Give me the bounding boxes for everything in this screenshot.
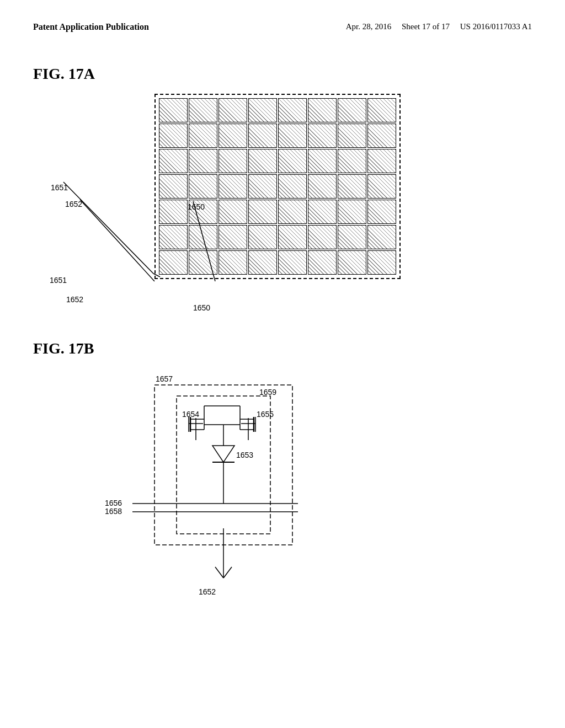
callout-line-1651 (63, 182, 153, 274)
fig-17a-label: FIG. 17A (33, 65, 532, 83)
fig-17a-callouts: 1651 1652 1650 (28, 94, 414, 215)
fig-17b-circuit: 1657 1659 1654 1655 1653 1656 1658 1652 (88, 368, 364, 606)
pixel-cell (218, 225, 247, 249)
patent-number: US 2016/0117033 A1 (460, 22, 532, 31)
pixel-cell (189, 250, 217, 275)
svg-text:1653: 1653 (236, 451, 253, 459)
main-content: FIG. 17A (0, 32, 565, 619)
label-1652: 1652 (65, 200, 82, 208)
svg-line-32 (223, 567, 232, 578)
svg-text:1655: 1655 (257, 410, 274, 419)
ref-1650-text: 1650 (193, 303, 210, 312)
pixel-cell (338, 225, 366, 249)
fig-17a-section: FIG. 17A (33, 65, 532, 279)
fig-17b-label: FIG. 17B (33, 340, 532, 357)
svg-text:1658: 1658 (105, 507, 122, 516)
pixel-cell (338, 250, 366, 275)
pixel-cell (367, 250, 396, 275)
pixel-cell (367, 225, 396, 249)
pixel-cell (308, 225, 337, 249)
fig-17b-section: FIG. 17B (33, 340, 532, 608)
pixel-cell (218, 250, 247, 275)
pixel-cell (159, 250, 188, 275)
svg-text:1652: 1652 (199, 587, 216, 596)
pixel-cell (248, 225, 277, 249)
svg-text:1654: 1654 (182, 410, 199, 419)
pixel-cell (278, 250, 307, 275)
ref-1651-text: 1651 (50, 276, 67, 285)
pixel-cell (248, 250, 277, 275)
pixel-cell (278, 225, 307, 249)
callout-line-1652 (80, 200, 154, 281)
publication-label: Patent Application Publication (33, 22, 149, 32)
ref-1652-text: 1652 (66, 295, 83, 304)
label-1650: 1650 (188, 202, 205, 211)
svg-text:1657: 1657 (156, 374, 173, 383)
svg-marker-17 (212, 446, 234, 462)
svg-line-31 (215, 567, 223, 578)
sheet-info: Sheet 17 of 17 (402, 22, 450, 31)
svg-text:1659: 1659 (259, 388, 276, 397)
page-header: Patent Application Publication Apr. 28, … (0, 0, 565, 32)
pixel-cell (159, 225, 188, 249)
pub-date: Apr. 28, 2016 (346, 22, 392, 31)
publication-info: Apr. 28, 2016 Sheet 17 of 17 US 2016/011… (346, 22, 532, 31)
pixel-cell (308, 250, 337, 275)
svg-text:1656: 1656 (105, 499, 122, 507)
